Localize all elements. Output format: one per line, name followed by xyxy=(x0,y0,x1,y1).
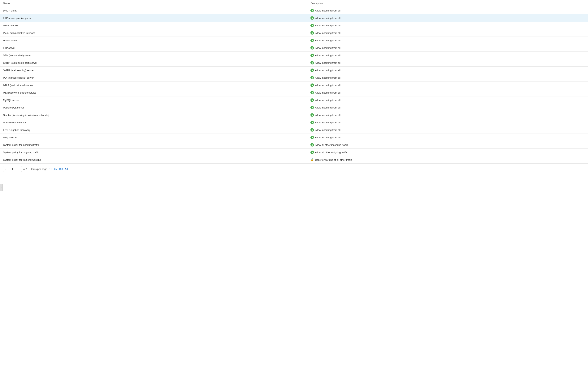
table-row: Domain name server❯Allow incoming from a… xyxy=(0,119,588,126)
table-row: IPv6 Neighbor Discovery❯Allow incoming f… xyxy=(0,126,588,134)
table-row: Samba (file sharing in Windows networks)… xyxy=(0,111,588,119)
allow-icon: ❯ xyxy=(310,98,314,102)
table-row: FTP server passive ports❯Allow incoming … xyxy=(0,14,588,22)
table-row: SMTP (mail sending) server❯Allow incomin… xyxy=(0,66,588,74)
allow-icon: ❯ xyxy=(310,16,314,20)
rule-description-cell: 🔒Deny forwarding of all other traffic xyxy=(307,156,588,164)
description-text: Allow incoming from all xyxy=(315,9,340,12)
rule-name-cell: PostgreSQL server xyxy=(0,104,307,111)
description-text: Allow incoming from all xyxy=(315,106,340,109)
rule-name-cell: Domain name server xyxy=(0,119,307,126)
rule-description-cell: ❯Allow incoming from all xyxy=(307,96,588,104)
allow-icon: ❯ xyxy=(310,151,314,154)
rule-description-cell: ❯Allow incoming from all xyxy=(307,74,588,81)
rule-description-cell: ❯Allow incoming from all xyxy=(307,119,588,126)
description-text: Allow incoming from all xyxy=(315,32,340,34)
table-row: POP3 (mail retrieval) server❯Allow incom… xyxy=(0,74,588,81)
description-text: Allow incoming from all xyxy=(315,99,340,102)
description-text: Allow incoming from all xyxy=(315,114,340,117)
rule-name-cell: System policy for incoming traffic xyxy=(0,141,307,149)
description-text: Allow all other outgoing traffic xyxy=(315,151,347,154)
prev-page-button[interactable]: ← xyxy=(3,166,9,172)
items-per-page-label: Items per page xyxy=(31,168,47,170)
rule-description-cell: ❯Allow incoming from all xyxy=(307,104,588,111)
rule-description-cell: ❯Allow incoming from all xyxy=(307,126,588,134)
rule-description-cell: ❯Allow incoming from all xyxy=(307,22,588,29)
column-header-description: Description xyxy=(307,0,588,7)
rule-description-cell: ❯Allow incoming from all xyxy=(307,14,588,22)
per-page-option-all[interactable]: All xyxy=(64,167,69,171)
table-row: System policy for outgoing traffic❯Allow… xyxy=(0,149,588,156)
pagination-bar: ← → of 1 Items per page 1025100All xyxy=(0,164,588,174)
table-row: MySQL server❯Allow incoming from all xyxy=(0,96,588,104)
next-page-button[interactable]: → xyxy=(16,166,21,172)
rule-description-cell: ❯Allow incoming from all xyxy=(307,52,588,59)
table-row: Mail password change service❯Allow incom… xyxy=(0,89,588,96)
description-text: Allow incoming from all xyxy=(315,136,340,139)
rule-description-cell: ❯Allow all other incoming traffic xyxy=(307,141,588,149)
description-text: Allow incoming from all xyxy=(315,121,340,124)
table-row: System policy for traffic forwarding🔒Den… xyxy=(0,156,588,164)
rule-name-cell: WWW server xyxy=(0,37,307,44)
per-page-option-25[interactable]: 25 xyxy=(53,167,58,171)
rule-name-cell: SMTP (submission port) server xyxy=(0,59,307,66)
next-arrow-icon: → xyxy=(17,168,20,170)
allow-icon: ❯ xyxy=(310,9,314,12)
rule-name-cell: FTP server xyxy=(0,44,307,52)
allow-icon: ❯ xyxy=(310,136,314,139)
rule-name-cell: System policy for traffic forwarding xyxy=(0,156,307,164)
rule-description-cell: ❯Allow incoming from all xyxy=(307,37,588,44)
page-number-input[interactable] xyxy=(9,166,16,172)
allow-icon: ❯ xyxy=(310,76,314,79)
description-text: Allow incoming from all xyxy=(315,76,340,79)
rule-name-cell: IPv6 Neighbor Discovery xyxy=(0,126,307,134)
table-row: DHCP client❯Allow incoming from all xyxy=(0,7,588,14)
description-text: Allow incoming from all xyxy=(315,84,340,87)
firewall-rules-table: ‹ Name Description DHCP client❯Allow inc… xyxy=(0,0,588,174)
allow-icon: ❯ xyxy=(310,121,314,124)
allow-icon: ❯ xyxy=(310,39,314,42)
rule-name-cell: Plesk Installer xyxy=(0,22,307,29)
table-row: SSH (secure shell) server❯Allow incoming… xyxy=(0,52,588,59)
per-page-option-100[interactable]: 100 xyxy=(58,167,64,171)
description-text: Allow incoming from all xyxy=(315,129,340,132)
description-text: Allow incoming from all xyxy=(315,69,340,72)
rule-name-cell: Samba (file sharing in Windows networks) xyxy=(0,111,307,119)
allow-icon: ❯ xyxy=(310,83,314,87)
table-row: PostgreSQL server❯Allow incoming from al… xyxy=(0,104,588,111)
rule-name-cell: DHCP client xyxy=(0,7,307,14)
rule-name-cell: System policy for outgoing traffic xyxy=(0,149,307,156)
per-page-option-10[interactable]: 10 xyxy=(49,167,53,171)
allow-icon: ❯ xyxy=(310,54,314,57)
rule-description-cell: ❯Allow incoming from all xyxy=(307,89,588,96)
table-row: System policy for incoming traffic❯Allow… xyxy=(0,141,588,149)
allow-icon: ❯ xyxy=(310,61,314,65)
table-row: FTP server❯Allow incoming from all xyxy=(0,44,588,52)
allow-icon: ❯ xyxy=(310,91,314,94)
of-pages-text: of 1 xyxy=(23,168,28,170)
rule-description-cell: ❯Allow incoming from all xyxy=(307,66,588,74)
table-row: SMTP (submission port) server❯Allow inco… xyxy=(0,59,588,66)
table-row: Plesk administrative interface❯Allow inc… xyxy=(0,29,588,37)
description-text: Allow incoming from all xyxy=(315,54,340,57)
allow-icon: ❯ xyxy=(310,143,314,147)
rule-description-cell: ❯Allow incoming from all xyxy=(307,59,588,66)
prev-arrow-icon: ← xyxy=(5,168,7,170)
rule-name-cell: FTP server passive ports xyxy=(0,14,307,22)
rule-name-cell: SSH (secure shell) server xyxy=(0,52,307,59)
rule-name-cell: Ping service xyxy=(0,134,307,141)
description-text: Allow incoming from all xyxy=(315,46,340,49)
rule-name-cell: POP3 (mail retrieval) server xyxy=(0,74,307,81)
allow-icon: ❯ xyxy=(310,31,314,35)
rule-description-cell: ❯Allow all other outgoing traffic xyxy=(307,149,588,156)
rule-name-cell: MySQL server xyxy=(0,96,307,104)
table-row: IMAP (mail retrieval) server❯Allow incom… xyxy=(0,81,588,89)
description-text: Allow incoming from all xyxy=(315,39,340,42)
allow-icon: ❯ xyxy=(310,68,314,72)
column-header-name: Name xyxy=(0,0,307,7)
description-text: Deny forwarding of all other traffic xyxy=(315,158,352,161)
deny-icon: 🔒 xyxy=(310,158,314,162)
table-row: WWW server❯Allow incoming from all xyxy=(0,37,588,44)
page-navigator: ← → xyxy=(3,166,22,172)
allow-icon: ❯ xyxy=(310,113,314,117)
